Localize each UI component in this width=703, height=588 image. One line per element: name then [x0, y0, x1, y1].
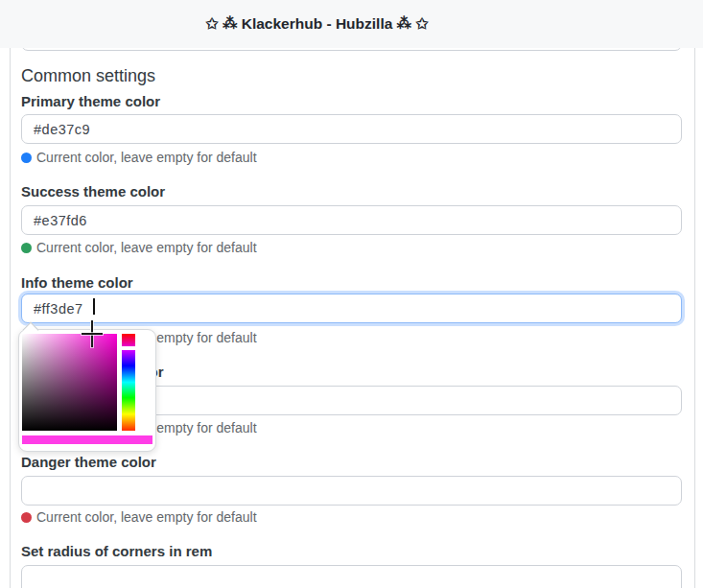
corner-radius-input[interactable]	[21, 565, 682, 588]
primary-color-help-text: Current color, leave empty for default	[36, 151, 257, 165]
success-color-label: Success theme color	[21, 184, 165, 200]
corner-radius-label: Set radius of corners in rem	[21, 544, 212, 559]
color-picker-popup	[18, 329, 156, 452]
success-color-help: Current color, leave empty for default	[21, 241, 257, 255]
hue-slider-marker[interactable]	[122, 346, 135, 350]
danger-color-help: Current color, leave empty for default	[21, 510, 257, 525]
danger-color-help-text: Current color, leave empty for default	[36, 510, 257, 525]
success-color-help-text: Current color, leave empty for default	[36, 241, 257, 255]
success-color-dot-icon	[21, 243, 32, 253]
primary-color-label: Primary theme color	[21, 94, 160, 109]
current-color-bar	[22, 435, 152, 444]
saturation-square[interactable]	[22, 334, 117, 431]
section-heading: Common settings	[21, 66, 155, 86]
danger-color-input[interactable]	[21, 476, 682, 506]
app-header: ✩ ⁂ Klackerhub - Hubzilla ⁂ ✩	[0, 0, 703, 48]
success-color-input[interactable]	[21, 205, 682, 235]
primary-color-input[interactable]	[21, 114, 682, 144]
primary-color-dot-icon	[21, 153, 32, 163]
info-color-label: Info theme color	[21, 275, 133, 291]
danger-color-dot-icon	[21, 512, 32, 523]
page-title: ✩ ⁂ Klackerhub - Hubzilla ⁂ ✩	[206, 15, 429, 33]
text-caret	[93, 298, 95, 315]
primary-color-help: Current color, leave empty for default	[21, 151, 257, 165]
danger-color-label: Danger theme color	[21, 455, 156, 470]
crosshair-cursor-icon	[82, 333, 103, 335]
info-color-input[interactable]	[21, 294, 682, 323]
